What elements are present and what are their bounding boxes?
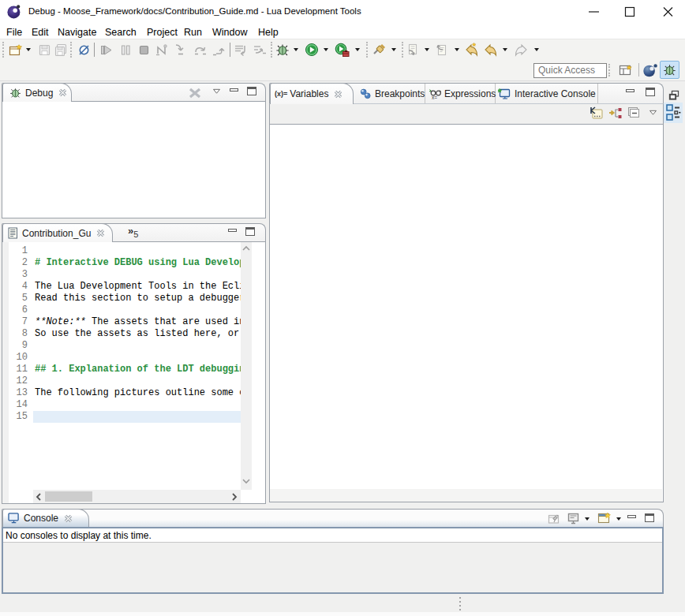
svg-text:x=: x= — [432, 95, 437, 100]
